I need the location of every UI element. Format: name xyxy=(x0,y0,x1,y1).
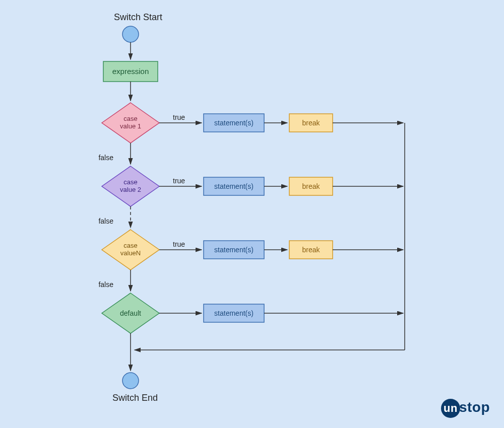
caseN-text-line2: valueN xyxy=(120,249,141,257)
case2-true-label: true xyxy=(173,177,185,185)
caseN-true-label: true xyxy=(173,240,185,248)
logo-suffix: stop xyxy=(459,399,490,415)
breakN-text: break xyxy=(302,246,320,254)
unstop-logo: unstop xyxy=(441,399,490,418)
case1-text-line1: case xyxy=(123,115,137,122)
stmt2-text: statement(s) xyxy=(214,182,254,190)
stmtN-text: statement(s) xyxy=(214,246,254,254)
case2-text-line2: value 2 xyxy=(120,186,141,193)
end-label: Switch End xyxy=(112,393,158,403)
caseN-false-label: false xyxy=(98,280,113,289)
logo-circle: un xyxy=(441,399,460,418)
default-text: default xyxy=(120,309,141,317)
end-circle xyxy=(122,373,139,389)
case1-text-line2: value 1 xyxy=(120,122,141,130)
case2-text-line1: case xyxy=(123,178,137,186)
break2-text: break xyxy=(302,182,320,190)
start-circle xyxy=(122,26,139,42)
case1-true-label: true xyxy=(173,113,185,121)
case1-false-label: false xyxy=(98,154,113,162)
switch-flowchart: Switch Start expression case value 1 tru… xyxy=(0,0,504,428)
break1-text: break xyxy=(302,119,320,127)
expression-text: expression xyxy=(112,67,149,76)
case2-false-label: false xyxy=(98,217,113,225)
stmt-default-text: statement(s) xyxy=(214,309,254,317)
stmt1-text: statement(s) xyxy=(214,119,254,127)
caseN-text-line1: case xyxy=(123,242,137,249)
start-label: Switch Start xyxy=(114,12,162,22)
